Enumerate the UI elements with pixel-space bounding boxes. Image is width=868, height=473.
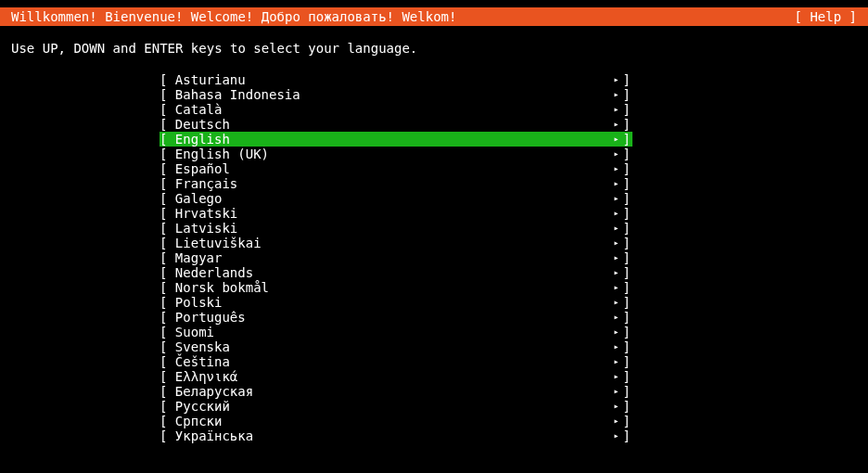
bracket-right: ] — [623, 147, 632, 161]
bracket-left: [ — [160, 147, 175, 161]
bracket-right: ] — [623, 236, 632, 250]
language-label: Suomi — [175, 325, 214, 339]
arrow-right-icon: ▸ — [614, 339, 623, 354]
bracket-left: [ — [160, 295, 175, 310]
bracket-right: ] — [623, 191, 632, 206]
bracket-right: ] — [623, 102, 632, 117]
language-list[interactable]: [ Asturianu▸][ Bahasa Indonesia▸][ Catal… — [160, 72, 632, 443]
language-label: Беларуская — [175, 384, 253, 399]
language-label: Magyar — [175, 250, 223, 265]
language-item[interactable]: [ Español▸] — [160, 161, 632, 176]
arrow-right-icon: ▸ — [614, 325, 623, 339]
language-label: Lietuviškai — [175, 236, 262, 250]
language-label: Српски — [175, 414, 223, 428]
arrow-right-icon: ▸ — [614, 280, 623, 295]
language-label: Bahasa Indonesia — [175, 87, 300, 102]
bracket-left: [ — [160, 102, 175, 117]
bracket-left: [ — [160, 236, 175, 250]
bracket-left: [ — [160, 414, 175, 428]
language-label: Deutsch — [175, 117, 230, 132]
language-item[interactable]: [ Galego▸] — [160, 191, 632, 206]
arrow-right-icon: ▸ — [614, 147, 623, 161]
bracket-left: [ — [160, 428, 175, 443]
language-item[interactable]: [ English (UK)▸] — [160, 147, 632, 161]
language-label: Čeština — [175, 354, 230, 369]
bracket-right: ] — [623, 354, 632, 369]
arrow-right-icon: ▸ — [614, 369, 623, 384]
language-item[interactable]: [ Suomi▸] — [160, 325, 632, 339]
bracket-left: [ — [160, 132, 175, 147]
bracket-left: [ — [160, 161, 175, 176]
language-label: Hrvatski — [175, 206, 237, 221]
bracket-right: ] — [623, 206, 632, 221]
bracket-right: ] — [623, 221, 632, 236]
language-item[interactable]: [ Português▸] — [160, 310, 632, 325]
arrow-right-icon: ▸ — [614, 354, 623, 369]
bracket-right: ] — [623, 325, 632, 339]
language-item[interactable]: [ Norsk bokmål▸] — [160, 280, 632, 295]
bracket-left: [ — [160, 325, 175, 339]
language-label: Polski — [175, 295, 223, 310]
bracket-left: [ — [160, 399, 175, 414]
bracket-left: [ — [160, 310, 175, 325]
bracket-left: [ — [160, 191, 175, 206]
language-label: Català — [175, 102, 223, 117]
language-item[interactable]: [ Polski▸] — [160, 295, 632, 310]
language-item[interactable]: [ Asturianu▸] — [160, 72, 632, 87]
bracket-left: [ — [160, 117, 175, 132]
bracket-right: ] — [623, 339, 632, 354]
instruction-text: Use UP, DOWN and ENTER keys to select yo… — [11, 41, 857, 56]
language-label: Français — [175, 176, 237, 191]
language-item[interactable]: [ Lietuviškai▸] — [160, 236, 632, 250]
bracket-left: [ — [160, 384, 175, 399]
arrow-right-icon: ▸ — [614, 414, 623, 428]
language-item[interactable]: [ Magyar▸] — [160, 250, 632, 265]
arrow-right-icon: ▸ — [614, 399, 623, 414]
bracket-right: ] — [623, 87, 632, 102]
language-item[interactable]: [ Nederlands▸] — [160, 265, 632, 280]
language-item[interactable]: [ Русский▸] — [160, 399, 632, 414]
language-label: English — [175, 132, 230, 147]
language-item[interactable]: [ Српски▸] — [160, 414, 632, 428]
language-item[interactable]: [ Català▸] — [160, 102, 632, 117]
arrow-right-icon: ▸ — [614, 265, 623, 280]
arrow-right-icon: ▸ — [614, 236, 623, 250]
language-label: Nederlands — [175, 265, 253, 280]
language-item[interactable]: [ English▸] — [160, 132, 632, 147]
bracket-left: [ — [160, 176, 175, 191]
bracket-right: ] — [623, 280, 632, 295]
bracket-left: [ — [160, 221, 175, 236]
arrow-right-icon: ▸ — [614, 132, 623, 147]
bracket-right: ] — [623, 117, 632, 132]
bracket-right: ] — [623, 399, 632, 414]
language-item[interactable]: [ Latviski▸] — [160, 221, 632, 236]
language-label: Ελληνικά — [175, 369, 237, 384]
language-item[interactable]: [ Беларуская▸] — [160, 384, 632, 399]
language-item[interactable]: [ Українська▸] — [160, 428, 632, 443]
bracket-right: ] — [623, 310, 632, 325]
bracket-right: ] — [623, 384, 632, 399]
language-item[interactable]: [ Hrvatski▸] — [160, 206, 632, 221]
arrow-right-icon: ▸ — [614, 206, 623, 221]
language-item[interactable]: [ Čeština▸] — [160, 354, 632, 369]
bracket-left: [ — [160, 354, 175, 369]
arrow-right-icon: ▸ — [614, 384, 623, 399]
language-item[interactable]: [ Svenska▸] — [160, 339, 632, 354]
language-label: Русский — [175, 399, 230, 414]
language-item[interactable]: [ Bahasa Indonesia▸] — [160, 87, 632, 102]
bracket-right: ] — [623, 72, 632, 87]
bracket-right: ] — [623, 161, 632, 176]
language-label: Українська — [175, 428, 253, 443]
language-item[interactable]: [ Deutsch▸] — [160, 117, 632, 132]
header-title: Willkommen! Bienvenue! Welcome! Добро по… — [11, 7, 456, 26]
language-item[interactable]: [ Ελληνικά▸] — [160, 369, 632, 384]
help-link[interactable]: [ Help ] — [795, 7, 857, 26]
arrow-right-icon: ▸ — [614, 117, 623, 132]
arrow-right-icon: ▸ — [614, 87, 623, 102]
language-item[interactable]: [ Français▸] — [160, 176, 632, 191]
language-label: Español — [175, 161, 230, 176]
bracket-right: ] — [623, 414, 632, 428]
bracket-right: ] — [623, 250, 632, 265]
bracket-right: ] — [623, 176, 632, 191]
bracket-right: ] — [623, 369, 632, 384]
